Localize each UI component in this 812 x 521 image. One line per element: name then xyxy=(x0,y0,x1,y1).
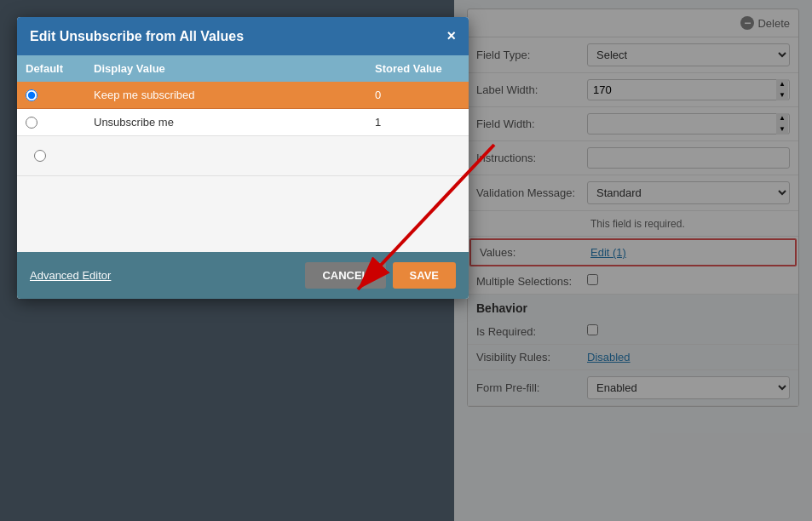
row1-stored-value: 0 xyxy=(375,89,381,101)
col-stored-value: Stored Value xyxy=(366,55,469,82)
row1-stored-cell: 0 xyxy=(366,82,469,108)
save-button[interactable]: SAVE xyxy=(393,262,456,289)
row3-stored-cell xyxy=(358,143,460,169)
cancel-button[interactable]: CANCEL xyxy=(305,262,385,289)
modal-close-button[interactable]: × xyxy=(446,27,456,45)
modal-header: Edit Unsubscribe from All Values × xyxy=(17,17,469,55)
table-header: Default Display Value Stored Value xyxy=(17,55,469,82)
table-row: Unsubscribe me 1 xyxy=(17,109,469,136)
row2-radio[interactable] xyxy=(26,117,37,129)
modal-title: Edit Unsubscribe from All Values xyxy=(30,29,244,44)
col-display-value: Display Value xyxy=(85,55,366,82)
row2-display-value: Unsubscribe me xyxy=(94,116,174,129)
row1-display-value: Keep me subscribed xyxy=(94,89,195,101)
row1-default-cell xyxy=(17,82,85,108)
row1-display-cell[interactable]: Keep me subscribed xyxy=(85,82,366,108)
table-body: Keep me subscribed 0 Unsubscribe me 1 xyxy=(17,82,469,252)
modal-footer: Advanced Editor CANCEL SAVE xyxy=(17,252,469,299)
modal: Edit Unsubscribe from All Values × Defau… xyxy=(17,17,469,299)
row3-display-cell[interactable] xyxy=(94,143,358,169)
row2-default-cell xyxy=(17,109,85,135)
row3-default-cell xyxy=(26,143,94,169)
col-default: Default xyxy=(17,55,85,82)
row2-display-cell[interactable]: Unsubscribe me xyxy=(85,109,366,135)
row3-radio[interactable] xyxy=(34,150,46,162)
row2-stored-value: 1 xyxy=(375,116,381,129)
table-row: Keep me subscribed 0 xyxy=(17,82,469,109)
row1-radio[interactable] xyxy=(26,89,37,101)
advanced-editor-link[interactable]: Advanced Editor xyxy=(30,269,111,282)
footer-buttons: CANCEL SAVE xyxy=(305,262,456,289)
row2-stored-cell: 1 xyxy=(366,109,469,135)
table-row xyxy=(17,136,469,176)
